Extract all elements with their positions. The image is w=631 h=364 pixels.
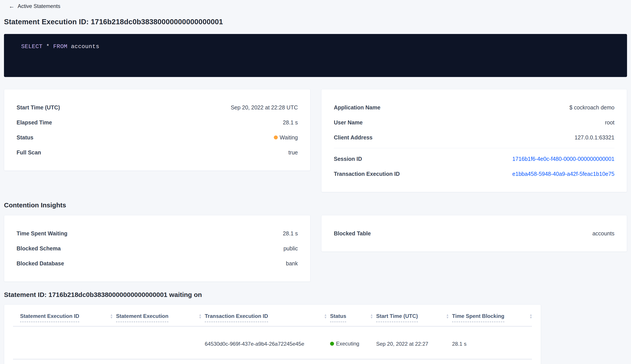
blocked-table-value: accounts: [592, 230, 614, 237]
sql-statement-box: SELECT * FROM accounts: [4, 34, 627, 77]
blocked-schema-label: Blocked Schema: [16, 245, 61, 252]
application-name-value: $ cockroach demo: [570, 104, 614, 111]
application-name-label: Application Name: [334, 104, 380, 111]
blocked-schema-row: Blocked Schema public: [16, 241, 298, 256]
blocked-table-card: Blocked Table accounts: [321, 215, 627, 252]
blocked-table-row: Blocked Table accounts: [334, 226, 614, 241]
user-name-label: User Name: [334, 119, 363, 126]
column-header-label: Transaction Execution ID: [205, 313, 268, 322]
cell-transaction-execution-id: 64530d0c-969f-437e-a9b4-26a72245e45e: [205, 341, 330, 347]
column-header-label: Statement Execution: [116, 313, 168, 322]
elapsed-time-value: 28.1 s: [283, 119, 298, 126]
page-title: Statement Execution ID: 1716b218dc0b3838…: [4, 18, 627, 26]
client-address-value: 127.0.0.1:63321: [574, 134, 614, 141]
status-text: Executing: [336, 340, 359, 347]
status-value: Waiting: [274, 134, 298, 141]
breadcrumb-back-link[interactable]: ← Active Statements: [9, 3, 60, 9]
session-card-divider: [334, 148, 614, 148]
session-id-link[interactable]: 1716b1f6-4e0c-f480-0000-000000000001: [512, 156, 614, 162]
client-address-label: Client Address: [334, 134, 373, 141]
transaction-execution-id-row: Transaction Execution ID e1bba458-5948-4…: [334, 166, 614, 181]
waiting-statements-table: Statement Execution ID ▲▼ Statement Exec…: [4, 304, 541, 364]
column-header-start-time[interactable]: Start Time (UTC) ▲▼: [376, 313, 452, 322]
time-spent-waiting-row: Time Spent Waiting 28.1 s: [16, 226, 298, 241]
sort-icon[interactable]: ▲▼: [110, 314, 113, 319]
executing-status-dot-icon: [330, 342, 334, 346]
cell-time-spent-blocking: 28.1 s: [452, 341, 536, 347]
table-header-row: Statement Execution ID ▲▼ Statement Exec…: [4, 305, 541, 326]
column-header-label: Start Time (UTC): [376, 313, 418, 322]
user-name-value: root: [605, 119, 614, 126]
blocked-database-label: Blocked Database: [16, 260, 64, 267]
sort-icon[interactable]: ▲▼: [324, 314, 327, 319]
application-name-row: Application Name $ cockroach demo: [334, 100, 614, 115]
start-time-label: Start Time (UTC): [16, 104, 60, 111]
table-row: 64530d0c-969f-437e-a9b4-26a72245e45e Exe…: [4, 326, 541, 359]
waiting-on-section-title: Statement ID: 1716b218dc0b38380000000000…: [4, 291, 627, 298]
session-id-row: Session ID 1716b1f6-4e0c-f480-0000-00000…: [334, 151, 614, 166]
transaction-execution-id-label: Transaction Execution ID: [334, 171, 400, 177]
sort-icon[interactable]: ▲▼: [529, 314, 532, 319]
status-label: Status: [16, 134, 33, 141]
cell-status: Executing: [330, 340, 376, 347]
sql-keyword-from: FROM: [53, 43, 67, 50]
breadcrumb-label: Active Statements: [18, 3, 60, 9]
blocked-schema-value: public: [284, 245, 298, 252]
sql-keyword-select: SELECT: [21, 43, 42, 50]
start-time-row: Start Time (UTC) Sep 20, 2022 at 22:28 U…: [16, 100, 298, 115]
blocked-table-label: Blocked Table: [334, 230, 371, 237]
elapsed-time-label: Elapsed Time: [16, 119, 52, 126]
status-text: Waiting: [280, 134, 298, 141]
time-spent-waiting-label: Time Spent Waiting: [16, 230, 68, 237]
column-header-statement-execution-id[interactable]: Statement Execution ID ▲▼: [20, 313, 116, 322]
session-id-label: Session ID: [334, 156, 362, 162]
status-row: Status Waiting: [16, 130, 298, 145]
user-name-row: User Name root: [334, 115, 614, 130]
elapsed-time-row: Elapsed Time 28.1 s: [16, 115, 298, 130]
contention-insights-title: Contention Insights: [4, 202, 627, 209]
full-scan-row: Full Scan true: [16, 145, 298, 160]
sort-icon[interactable]: ▲▼: [446, 314, 449, 319]
transaction-execution-id-link[interactable]: e1bba458-5948-40a9-a42f-5feac1b10e75: [512, 171, 614, 177]
statement-execution-details-page: ← Active Statements Statement Execution …: [0, 0, 631, 364]
overview-card: Start Time (UTC) Sep 20, 2022 at 22:28 U…: [4, 89, 310, 171]
contention-details-card: Time Spent Waiting 28.1 s Blocked Schema…: [4, 215, 310, 282]
sort-icon[interactable]: ▲▼: [198, 314, 202, 319]
client-address-row: Client Address 127.0.0.1:63321: [334, 130, 614, 145]
column-header-label: Status: [330, 313, 346, 322]
column-header-status[interactable]: Status ▲▼: [330, 313, 376, 322]
sort-icon[interactable]: ▲▼: [370, 314, 373, 319]
column-header-label: Time Spent Blocking: [452, 313, 504, 322]
column-header-time-spent-blocking[interactable]: Time Spent Blocking ▲▼: [452, 313, 536, 322]
blocked-database-row: Blocked Database bank: [16, 256, 298, 271]
sql-star-token: *: [42, 43, 53, 50]
summary-cards-row: Start Time (UTC) Sep 20, 2022 at 22:28 U…: [4, 89, 627, 192]
column-header-label: Statement Execution ID: [20, 313, 79, 322]
column-header-statement-execution[interactable]: Statement Execution ▲▼: [116, 313, 205, 322]
time-spent-waiting-value: 28.1 s: [283, 230, 298, 237]
start-time-value: Sep 20, 2022 at 22:28 UTC: [231, 104, 298, 111]
session-card: Application Name $ cockroach demo User N…: [321, 89, 627, 192]
column-header-transaction-execution-id[interactable]: Transaction Execution ID ▲▼: [205, 313, 330, 322]
full-scan-value: true: [288, 149, 298, 156]
contention-cards-row: Time Spent Waiting 28.1 s Blocked Schema…: [4, 215, 627, 282]
waiting-status-dot-icon: [274, 136, 278, 140]
sql-table-token: accounts: [67, 43, 99, 50]
sql-query-text: SELECT * FROM accounts: [21, 43, 99, 50]
cell-start-time: Sep 20, 2022 at 22:27: [376, 341, 452, 347]
table-footer-space: [4, 359, 541, 364]
arrow-left-icon: ←: [9, 3, 14, 9]
full-scan-label: Full Scan: [16, 149, 41, 156]
blocked-database-value: bank: [286, 260, 298, 267]
